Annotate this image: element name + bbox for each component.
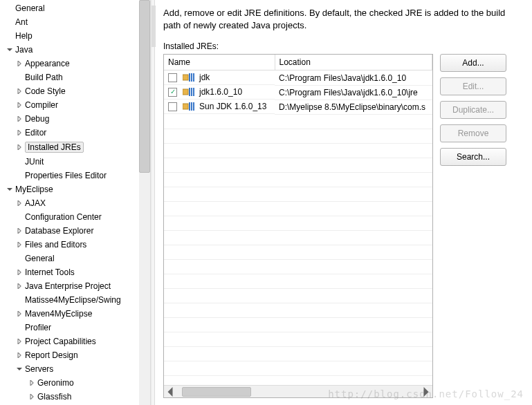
expand-arrow-icon[interactable] [15,310,24,318]
tree-item-label: Debug [25,114,49,124]
sidebar-scrollbar-thumb[interactable] [139,0,150,173]
expand-arrow-icon[interactable] [6,32,14,40]
tree-item[interactable]: Internet Tools [3,265,147,279]
tree-item-label: Database Explorer [25,226,93,236]
jre-icon [183,73,195,82]
sidebar-scrollbar[interactable] [139,0,150,405]
tree-item[interactable]: AJAX [3,196,147,210]
divider-handle[interactable] [152,6,156,47]
expand-arrow-icon[interactable] [15,365,24,373]
expand-arrow-icon[interactable] [28,379,36,387]
tree-item[interactable]: Help [3,29,147,43]
table-row[interactable]: jdk1.6.0_10C:\Program Files\Java\jdk1.6.… [164,85,432,100]
tree-item[interactable]: Files and Editors [3,238,147,252]
expand-arrow-icon[interactable] [15,73,24,82]
tree-item[interactable]: Installed JREs [3,140,147,155]
expand-arrow-icon[interactable] [6,46,14,54]
tree-item-label: Files and Editors [25,240,86,249]
tree-item[interactable]: Report Design [3,348,147,362]
hscroll-thumb[interactable] [182,387,251,397]
tree-item-label: JUnit [25,157,44,167]
svg-rect-9 [189,102,190,111]
expand-arrow-icon[interactable] [15,241,24,249]
jre-name: jdk1.6.0_10 [199,87,242,97]
add-button[interactable]: Add... [440,54,506,72]
expand-arrow-icon[interactable] [15,158,24,166]
sidebar: GeneralAntHelpJavaAppearanceBuild PathCo… [0,0,151,405]
jre-icon [183,88,195,96]
split-divider[interactable] [151,0,155,405]
expand-arrow-icon[interactable] [15,254,24,263]
expand-arrow-icon[interactable] [28,393,36,401]
edit-button[interactable]: Edit... [440,77,506,95]
expand-arrow-icon[interactable] [15,87,24,95]
expand-arrow-icon[interactable] [6,18,14,26]
svg-rect-0 [183,75,188,80]
duplicate-button[interactable]: Duplicate... [440,101,506,119]
tree-item[interactable]: Java [3,43,147,57]
remove-button[interactable]: Remove [440,124,506,142]
section-label: Installed JREs: [163,41,524,51]
jre-name: Sun JDK 1.6.0_13 [199,102,266,111]
expand-arrow-icon[interactable] [15,323,24,332]
expand-arrow-icon[interactable] [15,199,24,207]
tree-item[interactable]: Debug [3,112,147,126]
tree-item[interactable]: Servers [3,362,147,376]
tree-item[interactable]: Build Path [3,70,147,84]
tree-item[interactable]: Editor [3,126,147,140]
tree-item[interactable]: Geronimo [3,376,147,390]
table-row[interactable]: jdkC:\Program Files\Java\jdk1.6.0_10 [164,70,432,86]
tree-item-label: Java Enterprise Project [25,281,111,291]
expand-arrow-icon[interactable] [15,59,24,68]
tree-item[interactable]: Appearance [3,57,147,70]
tree-item[interactable]: Configuration Center [3,210,147,224]
column-header-location[interactable]: Location [275,55,432,70]
tree-item[interactable]: Glassfish [3,390,147,404]
tree-item-label: Compiler [25,100,58,110]
tree-item-label: Code Style [25,86,66,96]
table-row[interactable]: Sun JDK 1.6.0_13D:\Myelipse 8.5\MyEclips… [164,100,432,114]
tree-item[interactable]: Compiler [3,98,147,112]
jre-checkbox[interactable] [168,102,177,111]
expand-arrow-icon[interactable] [15,115,24,123]
tree-item[interactable]: Ant [3,15,147,29]
jre-location: D:\Myelipse 8.5\MyEclipse\binary\com.s [279,102,425,112]
tree-item[interactable]: Database Explorer [3,224,147,238]
tree-item[interactable]: General [3,252,147,265]
tree-item[interactable]: Profiler [3,321,147,335]
expand-arrow-icon[interactable] [15,337,24,346]
expand-arrow-icon[interactable] [15,171,24,180]
expand-arrow-icon[interactable] [15,282,24,290]
expand-arrow-icon[interactable] [15,101,24,109]
expand-arrow-icon[interactable] [15,227,24,235]
expand-arrow-icon[interactable] [15,143,24,151]
tree-item-label: MyEclipse [15,185,53,194]
svg-rect-11 [193,102,194,111]
tree-item[interactable]: Properties Files Editor [3,169,147,182]
svg-rect-7 [193,88,194,96]
tree-item-label: Configuration Center [25,212,102,222]
svg-rect-5 [189,88,190,96]
tree-item[interactable]: JUnit [3,155,147,169]
tree-item[interactable]: Maven4MyEclipse [3,307,147,321]
jre-checkbox[interactable] [168,88,177,97]
jre-checkbox[interactable] [168,73,177,82]
tree-item[interactable]: General [3,1,147,15]
expand-arrow-icon[interactable] [15,268,24,276]
expand-arrow-icon[interactable] [6,185,14,194]
tree-item[interactable]: Project Capabilities [3,335,147,348]
tree-item[interactable]: Matisse4MyEclipse/Swing [3,293,147,307]
expand-arrow-icon[interactable] [15,213,24,221]
expand-arrow-icon[interactable] [15,129,24,137]
tree-item[interactable]: Code Style [3,84,147,98]
scroll-left-icon[interactable] [165,387,175,397]
search-button[interactable]: Search... [440,148,506,166]
tree-item[interactable]: MyEclipse [3,182,147,196]
expand-arrow-icon[interactable] [6,4,14,12]
tree-item-label: Profiler [25,323,51,332]
expand-arrow-icon[interactable] [15,351,24,359]
expand-arrow-icon[interactable] [15,296,24,304]
column-header-name[interactable]: Name [164,55,275,70]
tree-item-label: General [25,254,55,263]
tree-item[interactable]: Java Enterprise Project [3,279,147,293]
